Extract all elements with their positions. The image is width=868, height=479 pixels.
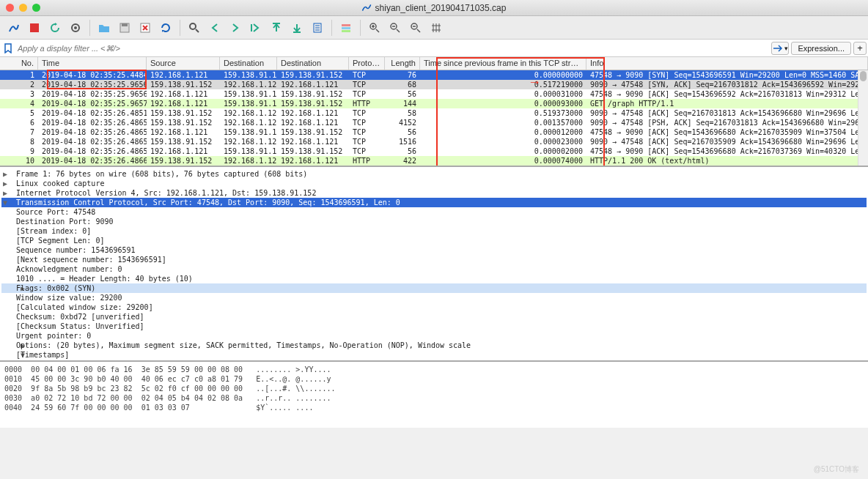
close-file-icon xyxy=(139,22,151,34)
separator xyxy=(180,20,180,36)
go-to-packet-button[interactable] xyxy=(246,19,265,37)
go-next-button[interactable] xyxy=(226,19,245,37)
go-first-icon xyxy=(271,22,282,34)
separator xyxy=(89,20,90,36)
window-title: shiyan_client_201904171035.cap xyxy=(362,3,507,13)
restart-capture-button[interactable] xyxy=(45,19,65,37)
columns-icon xyxy=(430,22,442,34)
detail-line[interactable]: Source Port: 47548 xyxy=(1,207,867,217)
go-last-icon xyxy=(291,22,303,34)
col-length[interactable]: Length xyxy=(385,57,420,70)
col-source[interactable]: Source xyxy=(147,57,220,70)
close-file-button[interactable] xyxy=(136,19,155,37)
start-capture-button[interactable] xyxy=(4,19,23,37)
packet-row[interactable]: 102019-04-18 02:35:26.486628159.138.91.1… xyxy=(0,156,868,166)
reload-button[interactable] xyxy=(156,19,175,37)
packet-list-pane[interactable]: No. Time Source Destination Destination … xyxy=(0,57,868,167)
detail-line[interactable]: ▶ Options: (20 bytes), Maximum segment s… xyxy=(1,341,867,350)
packet-list-body[interactable]: 12019-04-18 02:35:25.448444192.168.1.121… xyxy=(0,70,868,167)
col-destination[interactable]: Destination xyxy=(220,57,277,70)
go-previous-button[interactable] xyxy=(205,19,224,37)
filter-bar: ▾ Expression... + xyxy=(0,40,868,57)
col-no[interactable]: No. xyxy=(0,57,38,70)
detail-line[interactable]: Sequence number: 1543696591 xyxy=(1,245,867,255)
last-packet-button[interactable] xyxy=(287,19,306,37)
detail-line[interactable]: [TCP Segment Len: 0] xyxy=(1,236,867,245)
detail-line[interactable]: [Next sequence number: 1543696591] xyxy=(1,255,867,264)
title-bar: shiyan_client_201904171035.cap xyxy=(0,0,868,16)
stop-capture-button[interactable] xyxy=(25,19,44,37)
packet-list-scrollbar[interactable] xyxy=(858,70,868,166)
packet-row[interactable]: 42019-04-18 02:35:25.965787192.168.1.121… xyxy=(0,99,868,108)
col-destination2[interactable]: Destination xyxy=(277,57,349,70)
display-filter-input[interactable] xyxy=(15,42,769,55)
packet-bytes-pane[interactable]: 0000 00 04 00 01 00 06 fa 16 3e 85 59 59… xyxy=(0,362,868,428)
shark-fin-icon xyxy=(8,22,20,34)
col-info[interactable]: Info xyxy=(586,57,868,70)
packet-row[interactable]: 52019-04-18 02:35:26.485160159.138.91.15… xyxy=(0,108,868,118)
packet-row[interactable]: 12019-04-18 02:35:25.448444192.168.1.121… xyxy=(0,70,868,80)
packet-row[interactable]: 32019-04-18 02:35:25.965694192.168.1.121… xyxy=(0,89,868,99)
goto-icon xyxy=(250,22,262,34)
zoom-reset-button[interactable] xyxy=(386,19,405,37)
packet-row[interactable]: 112019-04-18 02:35:26.486631192.168.1.12… xyxy=(0,166,868,167)
colorize-button[interactable] xyxy=(336,19,356,37)
find-packet-button[interactable] xyxy=(185,19,204,37)
detail-line[interactable]: ▼ Transmission Control Protocol, Src Por… xyxy=(1,198,867,207)
detail-line[interactable]: Checksum: 0xbd72 [unverified] xyxy=(1,312,867,322)
detail-line[interactable]: 1010 .... = Header Length: 40 bytes (10) xyxy=(1,274,867,283)
first-packet-button[interactable] xyxy=(267,19,286,37)
zoom-out-icon xyxy=(410,22,422,34)
separator xyxy=(360,20,361,36)
col-protocol[interactable]: Protocol xyxy=(349,57,385,70)
detail-line[interactable]: Urgent pointer: 0 xyxy=(1,331,867,341)
packet-row[interactable]: 82019-04-18 02:35:26.486552159.138.91.15… xyxy=(0,137,868,146)
capture-options-button[interactable] xyxy=(66,19,85,37)
svg-rect-8 xyxy=(342,24,350,26)
close-window[interactable] xyxy=(6,4,14,12)
packet-list-header[interactable]: No. Time Source Destination Destination … xyxy=(0,57,868,70)
zoom-in-button[interactable] xyxy=(365,19,384,37)
detail-line[interactable]: [Stream index: 0] xyxy=(1,226,867,236)
detail-line[interactable]: ▶ Internet Protocol Version 4, Src: 192.… xyxy=(1,188,867,198)
detail-line[interactable]: Window size value: 29200 xyxy=(1,293,867,302)
packet-details-pane[interactable]: ▶ Frame 1: 76 bytes on wire (608 bits), … xyxy=(0,167,868,362)
detail-line[interactable]: ▶ Flags: 0x002 (SYN) xyxy=(1,283,867,293)
detail-line[interactable]: ▶ Linux cooked capture xyxy=(1,179,867,188)
arrow-right-icon xyxy=(773,45,783,52)
autoscroll-button[interactable] xyxy=(308,19,327,37)
svg-rect-9 xyxy=(342,27,350,29)
packet-row[interactable]: 92019-04-18 02:35:26.486554192.168.1.121… xyxy=(0,146,868,156)
minimize-window[interactable] xyxy=(19,4,27,12)
svg-rect-0 xyxy=(30,23,39,32)
colorize-icon xyxy=(340,22,352,34)
svg-point-2 xyxy=(74,26,77,29)
search-icon xyxy=(188,22,200,34)
expression-button[interactable]: Expression... xyxy=(791,42,851,55)
maximize-window[interactable] xyxy=(32,4,40,12)
detail-line[interactable]: ▶ Frame 1: 76 bytes on wire (608 bits), … xyxy=(1,169,867,179)
apply-filter-button[interactable]: ▾ xyxy=(771,42,789,55)
annotation-arrow: → xyxy=(528,75,541,90)
add-filter-button[interactable]: + xyxy=(853,42,867,55)
resize-columns-button[interactable] xyxy=(427,19,446,37)
save-file-button[interactable] xyxy=(115,19,134,37)
packet-row[interactable]: 62019-04-18 02:35:26.486517159.138.91.15… xyxy=(0,118,868,127)
window-controls xyxy=(6,4,40,12)
detail-line[interactable]: ▼ [Timestamps] xyxy=(1,350,867,360)
folder-icon xyxy=(98,23,110,33)
detail-line[interactable]: Destination Port: 9090 xyxy=(1,217,867,226)
detail-line[interactable]: [Checksum Status: Unverified] xyxy=(1,322,867,331)
detail-line[interactable]: [Calculated window size: 29200] xyxy=(1,302,867,312)
zoom-out-button[interactable] xyxy=(406,19,425,37)
packet-row[interactable]: 72019-04-18 02:35:26.486529192.168.1.121… xyxy=(0,127,868,137)
svg-rect-10 xyxy=(342,30,350,32)
save-icon xyxy=(119,22,130,34)
restart-icon xyxy=(49,22,61,34)
packet-row[interactable]: 22019-04-18 02:35:25.965663159.138.91.15… xyxy=(0,80,868,89)
bookmark-icon[interactable] xyxy=(1,43,15,53)
open-file-button[interactable] xyxy=(95,19,114,37)
detail-line[interactable]: Acknowledgment number: 0 xyxy=(1,264,867,274)
col-time[interactable]: Time xyxy=(38,57,147,70)
col-tcp-delta[interactable]: Time since previous frame in this TCP st… xyxy=(420,57,586,70)
